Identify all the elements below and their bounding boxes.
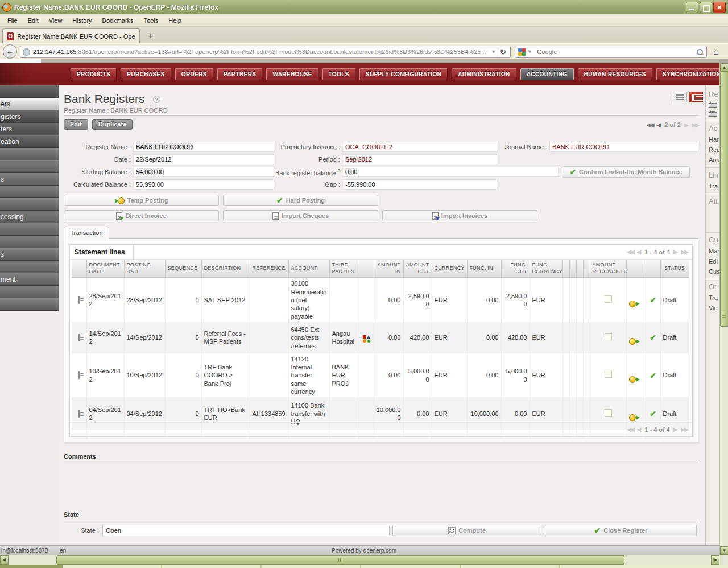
nav-orders[interactable]: ORDERS: [175, 68, 213, 80]
temp-posting-button[interactable]: Temp Posting: [64, 195, 219, 206]
last-page-icon[interactable]: [681, 426, 688, 433]
nav-tools[interactable]: TOOLS: [322, 68, 355, 80]
scroll-up-icon[interactable]: ▲: [720, 63, 728, 72]
menu-view[interactable]: View: [44, 15, 68, 26]
open-line-icon[interactable]: [78, 410, 80, 418]
browser-tab-active[interactable]: O Register Name:BANK EUR COORD - OpenERP: [2, 28, 140, 43]
next-page-icon[interactable]: [673, 426, 678, 433]
list-view-icon[interactable]: [673, 92, 687, 102]
sidebar-item[interactable]: [0, 198, 59, 211]
home-icon[interactable]: ⌂: [713, 46, 719, 57]
restore-button[interactable]: [700, 2, 712, 13]
period-value[interactable]: Sep 2012: [342, 154, 497, 164]
first-record-icon[interactable]: [647, 122, 653, 128]
nav-warehouse[interactable]: WAREHOUSE: [266, 68, 318, 80]
sidebar-item[interactable]: [0, 261, 59, 273]
horizontal-scrollbar-thumb[interactable]: [56, 555, 624, 565]
nav-partners[interactable]: PARTNERS: [217, 68, 262, 80]
sidebar-item[interactable]: [0, 160, 59, 173]
prev-page-icon[interactable]: [637, 249, 642, 255]
statement-row[interactable]: 14/Sep/2012 14/Sep/2012 0 Referral Fees …: [72, 322, 689, 353]
nav-products[interactable]: PRODUCTS: [71, 68, 117, 80]
nav-administration[interactable]: ADMINISTRATION: [452, 68, 516, 80]
open-line-icon[interactable]: [78, 296, 80, 304]
reload-icon[interactable]: ↻: [498, 48, 508, 56]
duplicate-button[interactable]: Duplicate: [92, 119, 133, 130]
bookmark-star-icon[interactable]: ☆: [480, 47, 490, 56]
vertical-scrollbar-thumb[interactable]: [720, 72, 728, 327]
confirm-month-balance-button[interactable]: Confirm End-of-the Month Balance: [562, 166, 690, 178]
scroll-down-icon[interactable]: ▼: [720, 546, 728, 555]
nav-purchases[interactable]: PURCHASES: [121, 68, 171, 80]
hard-posting-icon[interactable]: [650, 333, 656, 342]
sidebar-item[interactable]: [0, 298, 59, 311]
first-page-icon[interactable]: [627, 426, 633, 433]
prev-page-icon[interactable]: [637, 426, 642, 433]
statement-row[interactable]: 10/Sep/2012 10/Sep/2012 0 TRF Bank COORD…: [72, 353, 689, 397]
menu-edit[interactable]: Edit: [23, 15, 44, 26]
tab-transaction[interactable]: Transaction: [64, 227, 109, 239]
sidebar-item[interactable]: s: [0, 173, 59, 186]
amount-reconciled-checkbox[interactable]: [605, 295, 612, 303]
statement-row[interactable]: 28/Sep/2012 28/Sep/2012 0 SAL SEP 2012 3…: [72, 278, 689, 322]
search-bar[interactable]: ▼: [515, 46, 707, 58]
horizontal-scrollbar[interactable]: ◀ ▶: [0, 555, 728, 565]
sidebar-item[interactable]: ment: [0, 273, 59, 286]
sidebar-item[interactable]: [0, 236, 59, 248]
hard-posting-icon[interactable]: [650, 295, 656, 304]
edit-button[interactable]: Edit: [64, 119, 88, 130]
search-engine-dropdown-icon[interactable]: ▼: [526, 49, 534, 55]
menu-history[interactable]: History: [67, 15, 97, 26]
sidebar-item[interactable]: eation: [0, 135, 59, 148]
sidebar-item[interactable]: [0, 148, 59, 160]
hard-posting-icon[interactable]: [650, 409, 656, 418]
hard-posting-button[interactable]: Hard Posting: [223, 195, 378, 206]
next-page-icon[interactable]: [673, 249, 678, 255]
open-line-icon[interactable]: [78, 371, 80, 379]
menu-bookmarks[interactable]: Bookmarks: [97, 15, 139, 26]
import-invoices-button[interactable]: Import Invoices: [382, 210, 537, 221]
open-line-icon[interactable]: [78, 334, 80, 341]
scroll-right-icon[interactable]: ▶: [711, 555, 719, 565]
compute-button[interactable]: 1,2E+3Compute: [392, 525, 541, 536]
vertical-scrollbar[interactable]: ▲ ▼: [719, 63, 728, 555]
journal-name-value[interactable]: BANK EUR COORD: [549, 142, 698, 152]
nav-synchronization[interactable]: SYNCHRONIZATION: [656, 68, 727, 80]
sidebar-item[interactable]: [0, 186, 59, 198]
new-tab-button[interactable]: +: [143, 30, 158, 42]
sidebar-item[interactable]: [0, 85, 59, 98]
prev-record-icon[interactable]: [656, 122, 661, 128]
url-bar[interactable]: 212.147.41.165:8061/openerp/menu?active=…: [20, 46, 511, 58]
search-magnifier-icon[interactable]: [696, 48, 704, 56]
help-icon[interactable]: ?: [153, 96, 160, 103]
site-identity-icon[interactable]: [23, 48, 30, 56]
scroll-left-icon[interactable]: ◀: [0, 555, 9, 565]
url-dropdown-icon[interactable]: ▼: [489, 49, 498, 55]
sidebar-item[interactable]: s: [0, 248, 59, 261]
nav-supply-configuration[interactable]: SUPPLY CONFIGURATION: [359, 68, 448, 80]
sidebar-item-selected[interactable]: ers: [0, 98, 59, 110]
url-text[interactable]: 212.147.41.165:8061/openerp/menu?active=…: [33, 48, 480, 55]
sidebar-item[interactable]: ters: [0, 123, 59, 135]
close-register-button[interactable]: Close Register: [545, 525, 697, 536]
last-record-icon[interactable]: [692, 122, 698, 128]
amount-reconciled-checkbox[interactable]: [605, 333, 612, 340]
close-button[interactable]: ×: [713, 2, 726, 13]
amount-reconciled-checkbox[interactable]: [605, 371, 612, 378]
sidebar-item[interactable]: [0, 286, 59, 298]
nav-accounting[interactable]: ACCOUNTING: [520, 68, 574, 80]
direct-invoice-button[interactable]: Direct Invoice: [64, 210, 219, 221]
import-cheques-button[interactable]: Import Cheques: [223, 210, 378, 221]
menu-file[interactable]: File: [2, 15, 23, 26]
sidebar-item[interactable]: gisters: [0, 110, 59, 123]
menu-help[interactable]: Help: [163, 15, 187, 26]
nav-human-resources[interactable]: HUMAN RESOURCES: [578, 68, 652, 80]
first-page-icon[interactable]: [627, 249, 633, 255]
proprietary-instance-value[interactable]: OCA_COORD_2: [342, 142, 497, 152]
hard-posting-icon[interactable]: [650, 371, 656, 380]
menu-tools[interactable]: Tools: [139, 15, 164, 26]
sidebar-item[interactable]: cessing: [0, 211, 59, 223]
form-view-icon[interactable]: [689, 92, 703, 102]
last-page-icon[interactable]: [681, 249, 688, 255]
minimize-button[interactable]: [686, 2, 698, 13]
